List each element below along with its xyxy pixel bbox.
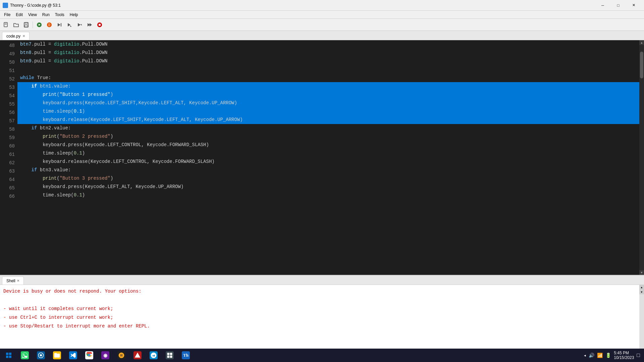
minimize-button[interactable]: ─ <box>595 0 610 11</box>
code-line-63: if btn3.value: <box>17 166 639 174</box>
menu-view[interactable]: View <box>25 12 40 18</box>
svg-point-25 <box>88 354 91 357</box>
shell-tabbar: Shell ✕ <box>0 276 644 285</box>
code-editor[interactable]: 48 49 50 51 52 53 54 55 56 57 58 59 60 6… <box>0 40 644 275</box>
code-line-48: btn7.pull = digitalio.Pull.DOWN <box>17 40 639 49</box>
scrollbar-thumb[interactable] <box>640 52 643 78</box>
toolbar-sep-1 <box>33 21 33 28</box>
shell-content[interactable]: Device is busy or does not respond. Your… <box>0 285 644 349</box>
new-button[interactable] <box>1 20 11 29</box>
app-icon <box>3 3 8 8</box>
code-line-58: if btn2.value: <box>17 124 639 132</box>
network-icon: 🔊 <box>589 353 594 358</box>
battery-icon: 🔋 <box>605 353 611 358</box>
svg-rect-20 <box>6 356 8 358</box>
taskbar-explorer[interactable] <box>50 349 64 362</box>
code-line-60: keyboard.press(Keycode.LEFT_CONTROL, Key… <box>17 141 639 149</box>
window-controls: ─ □ ✕ <box>595 0 641 11</box>
clock: 5:45 PM10/15/2023 <box>614 351 634 360</box>
editor-scrollbar[interactable]: ▲ ▼ <box>639 40 644 275</box>
code-line-56: time.sleep(0.1) <box>17 107 639 116</box>
window-title: Thonny - G:\code.py @ 53:1 <box>10 3 595 8</box>
shell-message-2: - wait until it completes current work; <box>3 304 641 313</box>
shell-scrollbar[interactable]: ▲ ▼ <box>639 285 644 349</box>
svg-marker-13 <box>78 23 80 26</box>
menu-file[interactable]: File <box>1 12 13 18</box>
volume-icon: 📶 <box>597 353 603 358</box>
tab-close-icon[interactable]: ✕ <box>22 34 25 38</box>
svg-rect-29 <box>167 356 170 358</box>
notification-icon[interactable]: □ <box>637 352 640 358</box>
svg-rect-27 <box>167 353 170 355</box>
svg-rect-28 <box>170 353 172 355</box>
shell-panel: Shell ✕ Device is busy or does not respo… <box>0 275 644 349</box>
editor-tab[interactable]: code.py ✕ <box>2 32 30 40</box>
tab-label: code.py <box>6 34 20 39</box>
step-into-button[interactable] <box>65 20 74 29</box>
shell-message-3: - use Ctrl+C to interrupt current work; <box>3 313 641 322</box>
shell-tab[interactable]: Shell ✕ <box>2 277 24 285</box>
shell-tab-label: Shell <box>6 279 15 283</box>
taskbar-browser[interactable] <box>34 349 48 362</box>
taskbar-app7[interactable] <box>114 349 129 362</box>
debug-button[interactable]: D <box>45 20 54 29</box>
maximize-button[interactable]: □ <box>610 0 626 11</box>
main-area: 48 49 50 51 52 53 54 55 56 57 58 59 60 6… <box>0 40 644 349</box>
toolbar: D <box>0 19 644 31</box>
scroll-down-arrow[interactable]: ▼ <box>639 270 644 275</box>
svg-rect-30 <box>170 356 172 358</box>
code-content[interactable]: btn7.pull = digitalio.Pull.DOWN btn8.pul… <box>17 40 639 275</box>
stop-button[interactable] <box>95 20 104 29</box>
svg-marker-10 <box>58 23 60 26</box>
shell-empty-line <box>3 296 641 304</box>
taskbar-app6[interactable]: ◉ <box>98 349 113 362</box>
code-line-55: keyboard.press(Keycode.LEFT_SHIFT,Keycod… <box>17 99 639 107</box>
shell-scroll-up[interactable]: ▲ <box>639 285 644 290</box>
open-button[interactable] <box>11 20 21 29</box>
line-numbers: 48 49 50 51 52 53 54 55 56 57 58 59 60 6… <box>0 40 17 275</box>
system-tray: ◂ 🔊 📶 🔋 5:45 PM10/15/2023 □ <box>584 351 643 360</box>
taskbar: ◉ Th ◂ 🔊 📶 🔋 5:45 PM10/15/2023 □ <box>0 349 644 362</box>
taskbar-chrome[interactable] <box>82 349 97 362</box>
titlebar: Thonny - G:\code.py @ 53:1 ─ □ ✕ <box>0 0 644 11</box>
menu-help[interactable]: Help <box>67 12 81 18</box>
shell-scroll-down[interactable]: ▼ <box>639 290 644 294</box>
code-line-64: print("Button 3 pressed") <box>17 174 639 183</box>
close-button[interactable]: ✕ <box>626 0 641 11</box>
scrollbar-track[interactable] <box>639 45 644 270</box>
menu-run[interactable]: Run <box>40 12 52 18</box>
shell-message-4: - use Stop/Restart to interrupt more and… <box>3 322 641 330</box>
taskbar-thonny[interactable]: Th <box>178 349 193 362</box>
run-button[interactable] <box>35 20 44 29</box>
code-line-49: btn8.pull = digitalio.Pull.DOWN <box>17 49 639 57</box>
menu-edit[interactable]: Edit <box>13 12 25 18</box>
step-over-button[interactable] <box>55 20 64 29</box>
save-button[interactable] <box>21 20 31 29</box>
svg-rect-17 <box>99 24 101 26</box>
svg-marker-12 <box>68 23 70 26</box>
svg-rect-21 <box>9 356 11 358</box>
shell-message-1: Device is busy or does not respond. Your… <box>3 287 641 296</box>
svg-rect-3 <box>24 22 28 27</box>
code-line-51 <box>17 65 639 74</box>
code-line-53: if btn1.value: <box>17 82 639 90</box>
tray-expand[interactable]: ◂ <box>584 353 586 358</box>
taskbar-whatsapp[interactable] <box>17 349 32 362</box>
tabbar: code.py ✕ <box>0 31 644 40</box>
taskbar-app10[interactable] <box>162 349 177 362</box>
svg-marker-15 <box>90 23 92 26</box>
code-line-61: time.sleep(0.1) <box>17 149 639 158</box>
start-button[interactable] <box>1 349 16 362</box>
taskbar-app8[interactable] <box>130 349 145 362</box>
shell-tab-close[interactable]: ✕ <box>17 279 19 283</box>
code-line-50: btn9.pull = digitalio.Pull.DOWN <box>17 57 639 65</box>
menu-tools[interactable]: Tools <box>52 12 67 18</box>
code-line-54: print("Button 1 pressed") <box>17 90 639 99</box>
taskbar-telegram[interactable] <box>146 349 161 362</box>
code-line-59: print("Button 2 pressed") <box>17 132 639 141</box>
code-line-66: time.sleep(0.1) <box>17 191 639 199</box>
scroll-up-arrow[interactable]: ▲ <box>639 40 644 45</box>
step-out-button[interactable] <box>75 20 84 29</box>
taskbar-vscode[interactable] <box>66 349 80 362</box>
resume-button[interactable] <box>85 20 94 29</box>
